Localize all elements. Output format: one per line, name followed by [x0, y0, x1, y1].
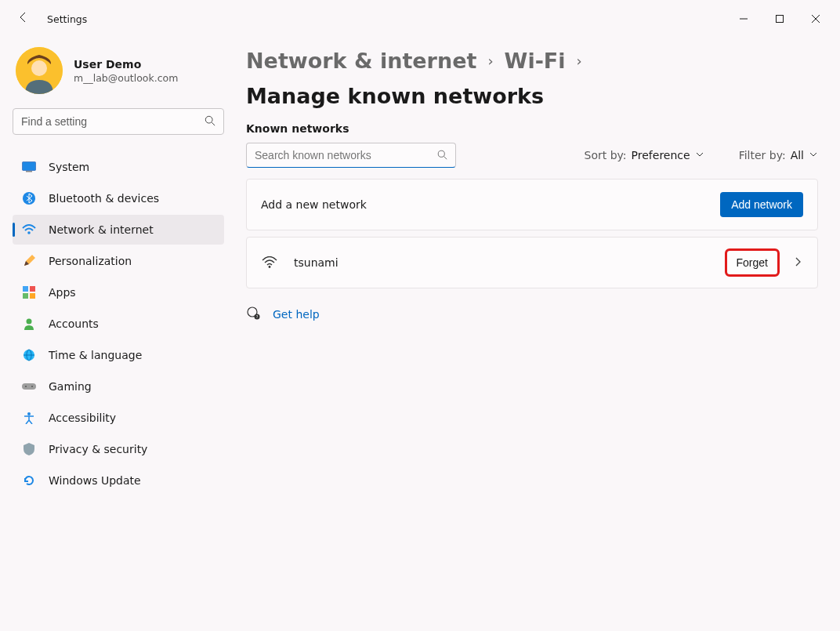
wifi-icon [261, 256, 278, 269]
sidebar-item-network[interactable]: Network & internet [13, 215, 224, 245]
chevron-right-icon: › [487, 53, 493, 69]
breadcrumb: Network & internet › Wi-Fi › Manage know… [246, 49, 818, 108]
settings-search-input[interactable] [21, 115, 205, 128]
svg-rect-6 [23, 162, 36, 171]
filter-by-label: Filter by: [739, 149, 786, 161]
known-networks-search-input[interactable] [255, 149, 437, 161]
time-language-icon [22, 348, 36, 362]
svg-point-4 [205, 116, 212, 123]
filter-by-dropdown[interactable]: Filter by: All [739, 149, 818, 161]
back-button[interactable] [14, 11, 33, 27]
accessibility-icon [22, 411, 36, 425]
svg-line-23 [444, 156, 447, 159]
window-title: Settings [47, 13, 87, 25]
gaming-icon [22, 379, 36, 393]
main-content: Network & internet › Wi-Fi › Manage know… [235, 38, 840, 631]
network-ssid: tsunami [294, 256, 339, 269]
svg-point-22 [438, 150, 444, 157]
svg-point-9 [27, 231, 31, 234]
svg-point-19 [25, 386, 27, 387]
accounts-icon [22, 317, 36, 331]
add-network-button[interactable]: Add network [720, 192, 803, 217]
titlebar: Settings [0, 0, 840, 38]
sort-by-label: Sort by: [585, 149, 627, 161]
add-network-title: Add a new network [261, 198, 367, 211]
apps-icon [22, 285, 36, 299]
sidebar-item-privacy[interactable]: Privacy & security [13, 434, 224, 464]
sidebar-item-personalization[interactable]: Personalization [13, 246, 224, 276]
svg-point-3 [31, 60, 47, 76]
window-controls [726, 6, 834, 31]
chevron-right-icon[interactable] [792, 256, 803, 270]
get-help-row[interactable]: ? Get help [246, 306, 818, 322]
sidebar-item-label: Bluetooth & devices [49, 192, 159, 205]
search-icon [437, 148, 447, 163]
profile-name: User Demo [74, 58, 178, 71]
network-row[interactable]: tsunami Forget [246, 237, 818, 288]
svg-rect-18 [22, 383, 36, 390]
svg-point-14 [27, 319, 32, 325]
avatar [16, 47, 63, 94]
breadcrumb-link-wifi[interactable]: Wi-Fi [505, 49, 566, 73]
sidebar-item-system[interactable]: System [13, 152, 224, 182]
help-icon: ? [246, 306, 260, 322]
forget-button[interactable]: Forget [726, 250, 778, 275]
svg-rect-12 [23, 293, 28, 299]
sidebar-item-label: Accounts [49, 317, 99, 330]
svg-rect-1 [777, 16, 784, 23]
sidebar-item-gaming[interactable]: Gaming [13, 372, 224, 401]
sidebar-item-label: System [49, 161, 89, 173]
sidebar-item-accessibility[interactable]: Accessibility [13, 403, 224, 433]
get-help-link[interactable]: Get help [273, 308, 320, 321]
sort-by-value: Preference [632, 149, 690, 161]
sidebar-item-label: Windows Update [49, 474, 141, 487]
chevron-down-icon [809, 150, 818, 161]
svg-rect-13 [30, 293, 35, 299]
sidebar-item-windows-update[interactable]: Windows Update [13, 466, 224, 495]
add-network-card: Add a new network Add network [246, 179, 818, 230]
svg-rect-10 [23, 286, 28, 292]
known-networks-label: Known networks [246, 122, 818, 135]
svg-line-5 [212, 122, 215, 125]
sidebar-item-label: Apps [49, 286, 76, 299]
sidebar-item-label: Network & internet [49, 223, 154, 236]
sidebar-item-apps[interactable]: Apps [13, 277, 224, 307]
profile-email: m__lab@outlook.com [74, 72, 178, 84]
svg-point-24 [269, 266, 271, 268]
profile-block[interactable]: User Demo m__lab@outlook.com [13, 45, 224, 108]
close-button[interactable] [798, 6, 834, 31]
sidebar-item-bluetooth[interactable]: Bluetooth & devices [13, 183, 224, 213]
sidebar-item-label: Accessibility [49, 412, 116, 424]
sidebar-item-label: Personalization [49, 255, 132, 267]
bluetooth-icon [22, 191, 36, 205]
search-icon [205, 114, 215, 129]
filter-by-value: All [791, 149, 804, 161]
maximize-button[interactable] [762, 6, 798, 31]
svg-rect-11 [30, 286, 35, 292]
svg-rect-7 [26, 171, 32, 172]
known-networks-search[interactable] [246, 143, 456, 168]
breadcrumb-link-network[interactable]: Network & internet [246, 49, 476, 73]
system-icon [22, 160, 36, 174]
sidebar: User Demo m__lab@outlook.com System Bl [0, 38, 235, 631]
sidebar-item-label: Time & language [49, 349, 142, 361]
breadcrumb-current: Manage known networks [246, 84, 544, 108]
sidebar-item-time-language[interactable]: Time & language [13, 340, 224, 370]
sidebar-item-label: Gaming [49, 380, 92, 393]
svg-text:?: ? [256, 314, 259, 319]
chevron-down-icon [695, 150, 704, 161]
svg-point-21 [27, 412, 31, 415]
personalization-icon [22, 254, 36, 268]
minimize-button[interactable] [726, 6, 762, 31]
sidebar-item-label: Privacy & security [49, 443, 147, 455]
sidebar-item-accounts[interactable]: Accounts [13, 309, 224, 339]
sort-by-dropdown[interactable]: Sort by: Preference [585, 149, 704, 161]
nav-list: System Bluetooth & devices Network & int… [13, 152, 224, 495]
privacy-icon [22, 442, 36, 456]
known-networks-toolbar: Sort by: Preference Filter by: All [246, 143, 818, 168]
windows-update-icon [22, 473, 36, 488]
network-icon [22, 223, 36, 237]
chevron-right-icon: › [577, 53, 582, 69]
svg-point-20 [31, 386, 33, 387]
settings-search[interactable] [13, 108, 224, 135]
